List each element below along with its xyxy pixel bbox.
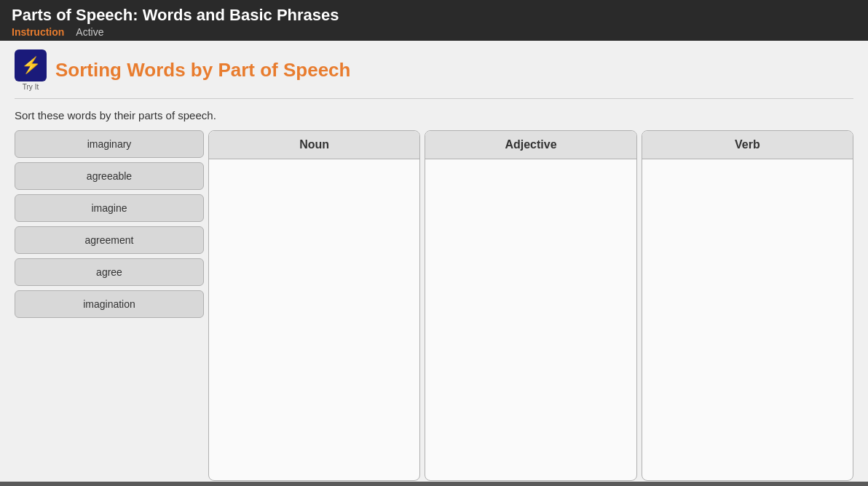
try-it-icon: ⚡ — [15, 49, 47, 81]
word-card-agreeable[interactable]: agreeable — [15, 162, 204, 190]
word-card-agree[interactable]: agree — [15, 258, 204, 286]
page-title: Parts of Speech: Words and Basic Phrases — [12, 6, 856, 25]
instruction-text: Sort these words by their parts of speec… — [15, 109, 853, 122]
drop-zone-adjective-header: Adjective — [425, 131, 636, 159]
drop-zone-verb[interactable]: Verb — [642, 130, 853, 481]
drop-zone-noun-header: Noun — [209, 131, 419, 159]
card-header: ⚡ Try It Sorting Words by Part of Speech — [15, 49, 853, 99]
top-bar: Parts of Speech: Words and Basic Phrases… — [0, 0, 868, 41]
main-content: ⚡ Try It Sorting Words by Part of Speech… — [0, 41, 868, 482]
card-title: Sorting Words by Part of Speech — [55, 59, 350, 81]
word-bank: imaginary agreeable imagine agreement ag… — [15, 130, 204, 481]
word-card-agreement[interactable]: agreement — [15, 226, 204, 254]
drop-zone-noun-body — [209, 159, 419, 480]
try-it-label: Try It — [23, 83, 39, 91]
drop-zone-adjective-body — [425, 159, 636, 480]
word-card-imagination[interactable]: imagination — [15, 290, 204, 318]
nav-active[interactable]: Active — [76, 26, 103, 38]
sorting-area: imaginary agreeable imagine agreement ag… — [15, 130, 853, 481]
drop-zone-adjective[interactable]: Adjective — [425, 130, 636, 481]
drop-zone-verb-header: Verb — [642, 131, 853, 159]
icon-wrapper: ⚡ Try It — [15, 49, 47, 91]
word-card-imaginary[interactable]: imaginary — [15, 130, 204, 158]
drop-zone-noun[interactable]: Noun — [208, 130, 420, 481]
word-card-imagine[interactable]: imagine — [15, 194, 204, 222]
drop-zone-verb-body — [642, 159, 853, 480]
lightning-icon: ⚡ — [21, 56, 41, 75]
nav-instruction[interactable]: Instruction — [12, 26, 64, 38]
